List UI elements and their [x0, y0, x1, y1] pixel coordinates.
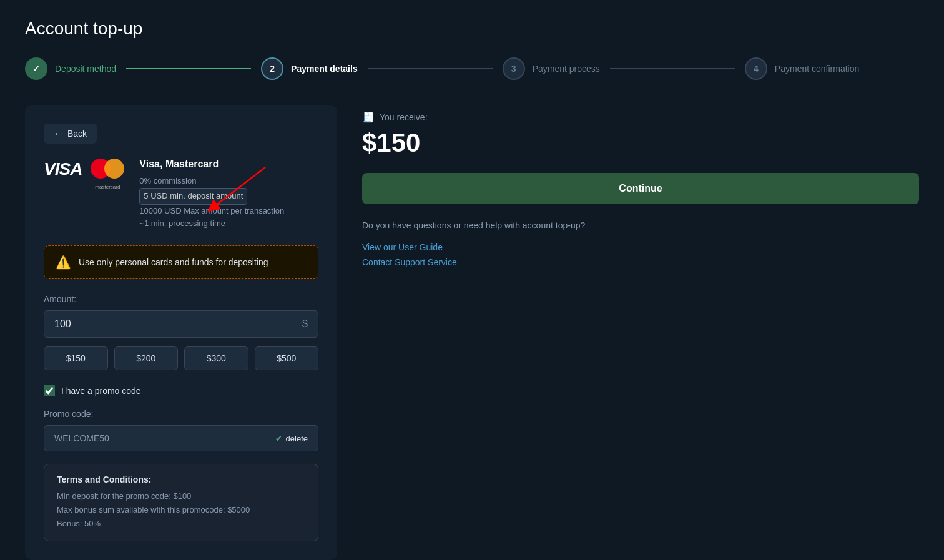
connector-2: [368, 68, 493, 69]
step-4: 4 Payment confirmation: [745, 57, 859, 80]
method-name: Visa, Mastercard: [139, 159, 318, 170]
step-3: 3 Payment process: [503, 57, 600, 80]
contact-support-link[interactable]: Contact Support Service: [362, 257, 919, 267]
receive-amount: $150: [362, 128, 919, 158]
commission-info: 0% commission: [139, 175, 318, 188]
step-3-circle: 3: [503, 57, 525, 80]
step-2: 2 Payment details: [261, 57, 358, 80]
terms-title: Terms and Conditions:: [57, 474, 305, 484]
back-arrow-icon: ←: [54, 129, 62, 139]
connector-3: [610, 68, 735, 69]
min-deposit-highlight: 5 USD min. deposit amount: [139, 188, 247, 205]
quick-amount-150[interactable]: $150: [44, 346, 108, 370]
promo-check-icon: ✔: [275, 434, 282, 443]
quick-amounts: $150 $200 $300 $500: [44, 346, 318, 370]
mastercard-right-circle: [104, 159, 124, 179]
payment-card: ← Back VISA mastercard Visa, Mastercard …: [25, 105, 337, 560]
promo-delete-label: delete: [286, 434, 308, 443]
quick-amount-500[interactable]: $500: [255, 346, 319, 370]
promo-check-label[interactable]: I have a promo code: [61, 386, 141, 396]
step-1-circle: ✓: [25, 57, 47, 80]
step-3-label: Payment process: [533, 64, 600, 74]
step-1: ✓ Deposit method: [25, 57, 116, 80]
visa-logo: VISA: [44, 159, 82, 179]
terms-line-2: Max bonus sum available with this promoc…: [57, 503, 305, 517]
payment-method-info: VISA mastercard Visa, Mastercard 0% comm…: [44, 159, 318, 230]
mastercard-label: mastercard: [95, 184, 120, 190]
step-1-label: Deposit method: [55, 64, 116, 74]
terms-line-1: Min deposit for the promo code: $100: [57, 489, 305, 503]
user-guide-link[interactable]: View our User Guide: [362, 242, 919, 252]
processing-time-info: ~1 min. processing time: [139, 217, 318, 230]
step-4-circle: 4: [745, 57, 767, 80]
min-deposit-info: 5 USD min. deposit amount: [139, 188, 318, 205]
promo-label: Promo code:: [44, 409, 318, 419]
receive-label: 🧾 You receive:: [362, 111, 919, 123]
amount-input-wrap: $: [44, 310, 318, 338]
method-details: Visa, Mastercard 0% commission 5 USD min…: [139, 159, 318, 230]
promo-checkbox[interactable]: [44, 385, 55, 396]
terms-line-3: Bonus: 50%: [57, 517, 305, 531]
amount-input[interactable]: [44, 311, 292, 337]
method-info-list: 0% commission 5 USD min. deposit amount …: [139, 175, 318, 230]
back-label: Back: [67, 129, 87, 139]
currency-symbol: $: [292, 311, 318, 337]
step-2-circle: 2: [261, 57, 283, 80]
step-4-label: Payment confirmation: [775, 64, 859, 74]
warning-icon: ⚠️: [56, 255, 71, 270]
max-amount-info: 10000 USD Max amount per transaction: [139, 205, 318, 218]
amount-label: Amount:: [44, 294, 318, 304]
back-button[interactable]: ← Back: [44, 124, 97, 144]
help-text: Do you have questions or need help with …: [362, 219, 919, 232]
receive-label-text: You receive:: [380, 112, 428, 122]
stepper: ✓ Deposit method 2 Payment details 3 Pay…: [25, 57, 919, 80]
main-layout: ← Back VISA mastercard Visa, Mastercard …: [25, 105, 919, 560]
receipt-icon: 🧾: [362, 111, 375, 123]
continue-button[interactable]: Continue: [362, 173, 919, 204]
step-2-label: Payment details: [291, 64, 358, 74]
warning-text: Use only personal cards and funds for de…: [79, 257, 268, 267]
promo-input[interactable]: [44, 426, 265, 451]
page-title: Account top-up: [25, 19, 919, 39]
promo-check-row: I have a promo code: [44, 385, 318, 396]
warning-box: ⚠️ Use only personal cards and funds for…: [44, 245, 318, 279]
promo-input-wrap: ✔ delete: [44, 425, 318, 451]
right-panel: 🧾 You receive: $150 Continue Do you have…: [362, 105, 919, 272]
quick-amount-300[interactable]: $300: [184, 346, 248, 370]
connector-1: [126, 68, 251, 69]
card-logos: VISA mastercard: [44, 159, 124, 180]
promo-delete-button[interactable]: ✔ delete: [265, 426, 318, 451]
quick-amount-200[interactable]: $200: [114, 346, 179, 370]
terms-box: Terms and Conditions: Min deposit for th…: [44, 464, 318, 541]
